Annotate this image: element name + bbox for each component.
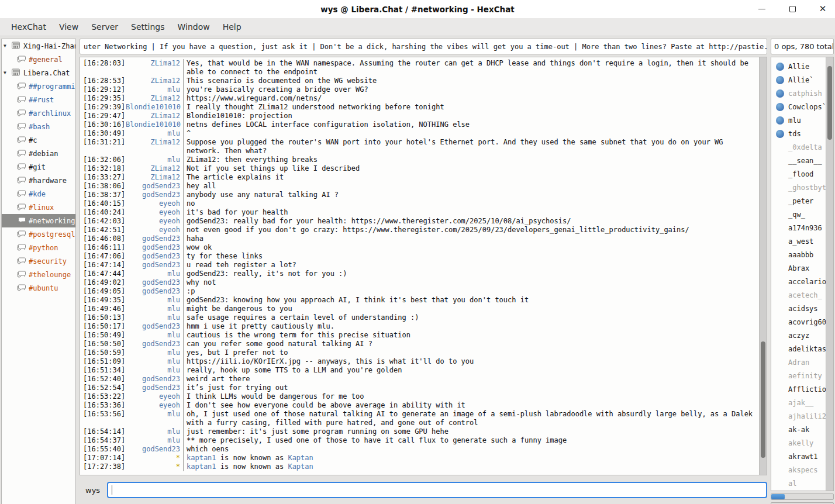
user-list-item[interactable]: akspecs [771,463,826,477]
userlist-scrollbar[interactable] [826,57,833,491]
user-list-item[interactable]: ak-ak [771,423,826,436]
message-nick[interactable]: ZLima12 [126,173,183,182]
user-list-item[interactable]: mlu [771,113,826,127]
user-list-item[interactable]: tds [771,127,826,140]
expander-icon[interactable]: ▼ [4,43,11,49]
channel-item--linux[interactable]: #linux [2,201,75,214]
menu-item-server[interactable]: Server [86,20,123,34]
channel-item--networking[interactable]: #networking [2,214,75,227]
message-nick[interactable]: godSend23 [126,375,183,384]
message-nick[interactable]: Blondie101010 [126,120,183,129]
message-nick[interactable]: mlu [126,313,183,322]
topic-input[interactable]: uter Networking | If you have a question… [80,39,767,54]
menu-item-window[interactable]: Window [172,20,215,34]
message-nick[interactable]: mlu [126,366,183,375]
user-list-item[interactable]: acetech_ [771,288,826,302]
message-nick[interactable]: mlu [126,296,183,305]
channel-item--ubuntu[interactable]: #ubuntu [2,281,75,295]
user-list-item[interactable]: adeliktas [771,342,826,355]
channel-item--security[interactable]: #security [2,254,75,268]
user-list-item[interactable]: _qw_ [771,208,826,221]
message-nick[interactable]: mlu [126,348,183,357]
message-nick[interactable]: mlu [126,410,183,427]
message-nick[interactable]: godSend23 [126,384,183,392]
user-list-item[interactable]: Allie [771,60,826,73]
user-list-item[interactable]: Abrax [771,261,826,275]
message-nick[interactable]: mlu [126,305,183,313]
user-list-item[interactable]: Affliction [771,382,826,396]
user-list-item[interactable]: aefinity [771,369,826,382]
message-nick[interactable]: godSend23 [126,243,183,252]
minimize-button[interactable] [754,2,770,17]
server-item-xing-hai-zhan[interactable]: ▼Xing-Hai-Zhan [2,39,75,53]
menu-item-help[interactable]: Help [218,20,247,34]
message-nick[interactable]: eyeoh [126,199,183,208]
message-nick[interactable]: ZLima12 [126,164,183,173]
user-list-item[interactable]: al [771,477,826,490]
user-list-item[interactable]: ajak__ [771,396,826,409]
message-nick[interactable]: * [126,454,183,462]
message-nick[interactable]: godSend23 [126,261,183,270]
message-nick[interactable]: mlu [126,129,183,138]
message-nick[interactable]: ZLima12 [126,94,183,103]
message-nick[interactable]: mlu [126,427,183,436]
channel-item--kde[interactable]: #kde [2,187,75,201]
channel-item--general[interactable]: #general [2,53,75,66]
user-list-item[interactable]: a174n936 [771,221,826,234]
channel-item--git[interactable]: #git [2,160,75,174]
message-nick[interactable]: godSend23 [126,445,183,454]
message-nick[interactable]: godSend23 [126,252,183,261]
message-nick[interactable]: godSend23 [126,322,183,331]
channel-item--c[interactable]: #c [2,133,75,147]
user-list-item[interactable]: accelario [771,275,826,288]
message-nick[interactable]: godSend23 [126,340,183,348]
userlist-scrollbar-thumb[interactable] [827,66,832,140]
user-list-item[interactable]: akrawt1 [771,450,826,463]
expander-icon[interactable]: ▼ [4,70,11,75]
message-nick[interactable]: eyeoh [126,226,183,234]
user-list-item[interactable]: acovrig60 [771,315,826,329]
message-nick[interactable]: ZLima12 [126,77,183,85]
message-nick[interactable]: mlu [126,357,183,366]
user-list-item[interactable]: _ghostbyt [771,181,826,194]
message-nick[interactable]: godSend23 [126,191,183,199]
user-list-item[interactable]: acidsys [771,302,826,315]
maximize-button[interactable] [785,2,800,17]
channel-item--python[interactable]: #python [2,241,75,254]
chat-scrollbar-thumb[interactable] [761,341,765,458]
server-item-libera-chat[interactable]: ▼Libera.Chat [2,66,75,80]
message-nick[interactable]: mlu [126,331,183,340]
message-nick[interactable]: eyeoh [126,401,183,410]
message-nick[interactable]: godSend23 [126,278,183,287]
channel-item--thelounge[interactable]: #thelounge [2,268,75,281]
menu-item-hexchat[interactable]: HexChat [6,20,51,34]
message-nick[interactable]: godSend23 [126,287,183,296]
user-list-item[interactable]: Cowclops` [771,100,826,113]
message-nick[interactable]: * [126,462,183,471]
chat-scrollbar[interactable] [759,57,767,475]
close-button[interactable]: ✕ [815,2,830,17]
menu-item-settings[interactable]: Settings [126,20,170,34]
user-list-item[interactable]: __sean__ [771,154,826,167]
message-nick[interactable]: eyeoh [126,392,183,401]
user-list-item[interactable]: aaabbb [771,248,826,261]
channel-item--debian[interactable]: #debian [2,147,75,160]
message-input[interactable] [107,482,767,498]
message-nick[interactable]: eyeoh [126,208,183,217]
message-nick[interactable]: godSend23 [126,182,183,191]
user-list-item[interactable]: aczyz [771,329,826,342]
channel-item--archlinux[interactable]: #archlinux [2,106,75,120]
user-list-item[interactable]: _0xdelta [771,140,826,154]
user-list-item[interactable]: Adran [771,355,826,369]
message-nick[interactable]: ZLima12 [126,138,183,156]
user-list-item[interactable]: Allie` [771,73,826,87]
channel-item--bash[interactable]: #bash [2,120,75,133]
message-nick[interactable]: mlu [126,270,183,278]
user-list-item[interactable]: akelly [771,436,826,450]
user-list-item[interactable]: _flood [771,167,826,181]
message-nick[interactable]: mlu [126,85,183,94]
channel-item--rust[interactable]: ##rust [2,93,75,106]
message-nick[interactable]: Blondie101010 [126,103,183,112]
channel-item--programming[interactable]: ##programming [2,80,75,93]
user-list-item[interactable]: ajhalili2 [771,409,826,423]
